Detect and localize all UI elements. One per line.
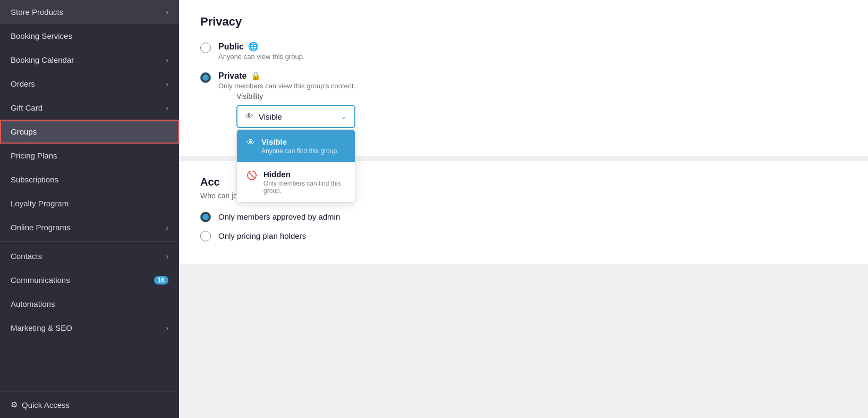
sidebar-item-label: Automations (11, 299, 55, 308)
eye-closed-icon: 🚫 (246, 170, 257, 180)
access-title: Acc (200, 176, 220, 188)
sidebar-item-loyalty-program[interactable]: Loyalty Program (0, 191, 179, 215)
chevron-right-icon: › (166, 223, 168, 232)
quick-access-label: Quick Access (22, 400, 70, 409)
pricing-plan-option: Only pricing plan holders (200, 230, 847, 241)
eye-icon: 👁 (245, 112, 253, 121)
sidebar-item-label: Subscriptions (11, 175, 58, 184)
eye-open-icon: 👁 (246, 138, 255, 147)
sidebar-item-pricing-plans[interactable]: Pricing Plans (0, 144, 179, 168)
visibility-dropdown: 👁 Visible ⌄ 👁 Visible Anyone ca (236, 105, 355, 128)
visibility-label: Visibility (236, 92, 355, 101)
admin-approved-label: Only members approved by admin (218, 212, 340, 221)
sidebar-item-communications[interactable]: Communications 16 (0, 268, 179, 292)
visible-label: Visible (261, 137, 338, 146)
sidebar-item-contacts[interactable]: Contacts › (0, 244, 179, 268)
sidebar-item-label: Pricing Plans (11, 151, 57, 160)
chevron-right-icon: › (166, 104, 168, 112)
sidebar-item-booking-services[interactable]: Booking Services (0, 24, 179, 48)
pricing-plan-label: Only pricing plan holders (218, 231, 306, 240)
quick-access-icon: ⚙ (11, 400, 18, 409)
main-content: Privacy Public 🌐 Anyone can view this gr… (179, 0, 868, 418)
chevron-right-icon: › (166, 252, 168, 261)
sidebar-item-groups[interactable]: Groups (0, 120, 179, 144)
sidebar-divider (0, 241, 179, 242)
admin-approved-radio[interactable] (200, 212, 211, 222)
sidebar-item-label: Contacts (11, 252, 42, 261)
sidebar-item-label: Communications (11, 275, 70, 285)
sidebar-item-marketing-seo[interactable]: Marketing & SEO › (0, 316, 179, 340)
public-radio[interactable] (200, 43, 211, 53)
lock-icon: 🔒 (251, 71, 261, 81)
chevron-down-icon: ⌄ (341, 112, 347, 121)
sidebar-item-label: Booking Calendar (11, 55, 74, 64)
sidebar-item-label: Online Programs (11, 223, 71, 232)
sidebar-item-orders[interactable]: Orders › (0, 72, 179, 96)
sidebar-item-online-programs[interactable]: Online Programs › (0, 215, 179, 239)
dropdown-selected-text: Visible (259, 112, 335, 121)
sidebar-item-label: Marketing & SEO (11, 323, 72, 332)
public-option: Public 🌐 Anyone can view this group. (200, 41, 847, 61)
private-label-text: Private (218, 71, 246, 81)
sidebar-item-label: Loyalty Program (11, 199, 69, 208)
sidebar: Store Products › Booking Services Bookin… (0, 0, 179, 418)
public-label-group: Public 🌐 Anyone can view this group. (218, 41, 305, 61)
communications-badge: 16 (154, 276, 168, 285)
sidebar-item-label: Groups (11, 127, 37, 136)
globe-icon: 🌐 (248, 41, 259, 52)
sidebar-item-label: Store Products (11, 7, 63, 16)
visibility-section: Visibility 👁 Visible ⌄ 👁 (236, 92, 355, 128)
privacy-card: Privacy Public 🌐 Anyone can view this gr… (179, 0, 868, 156)
hidden-label: Hidden (263, 170, 345, 179)
public-label-text: Public (218, 42, 244, 52)
chevron-right-icon: › (166, 56, 168, 64)
private-option: Private 🔒 Only members can view this gro… (200, 71, 847, 128)
public-label-sub: Anyone can view this group. (218, 53, 305, 61)
quick-access-button[interactable]: ⚙ Quick Access (0, 391, 179, 418)
private-label-group: Private 🔒 Only members can view this gro… (218, 71, 355, 128)
sidebar-item-subscriptions[interactable]: Subscriptions (0, 168, 179, 191)
visibility-dropdown-trigger[interactable]: 👁 Visible ⌄ (236, 105, 355, 128)
private-label-sub: Only members can view this group's conte… (218, 82, 355, 90)
dropdown-item-hidden[interactable]: 🚫 Hidden Only members can find this grou… (237, 162, 355, 202)
private-label-main: Private 🔒 (218, 71, 355, 81)
pricing-plan-radio[interactable] (200, 231, 211, 241)
hidden-desc: Only members can find this group. (263, 180, 345, 195)
public-label-main: Public 🌐 (218, 41, 305, 52)
sidebar-item-automations[interactable]: Automations (0, 292, 179, 316)
sidebar-item-label: Booking Services (11, 31, 72, 40)
privacy-title: Privacy (200, 15, 847, 29)
sidebar-item-booking-calendar[interactable]: Booking Calendar › (0, 48, 179, 72)
private-radio[interactable] (200, 72, 211, 83)
hidden-item-text: Hidden Only members can find this group. (263, 170, 345, 195)
visible-item-text: Visible Anyone can find this group. (261, 137, 338, 155)
dropdown-item-visible[interactable]: 👁 Visible Anyone can find this group. (237, 130, 355, 162)
sidebar-item-store-products[interactable]: Store Products › (0, 0, 179, 24)
sidebar-item-gift-card[interactable]: Gift Card › (0, 96, 179, 120)
admin-approved-option: Only members approved by admin (200, 211, 847, 222)
visibility-dropdown-menu: 👁 Visible Anyone can find this group. 🚫 (236, 129, 355, 203)
chevron-right-icon: › (166, 8, 168, 16)
sidebar-item-label: Orders (11, 79, 35, 88)
chevron-right-icon: › (166, 324, 168, 332)
chevron-right-icon: › (166, 80, 168, 88)
sidebar-item-label: Gift Card (11, 103, 42, 112)
visible-desc: Anyone can find this group. (261, 147, 338, 155)
